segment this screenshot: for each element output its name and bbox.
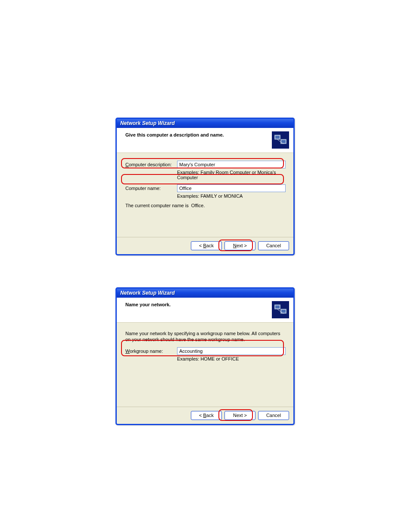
back-button[interactable]: < Back: [191, 241, 222, 250]
next-button[interactable]: Next >: [224, 411, 255, 420]
computer-name-label: Computer name:: [125, 186, 177, 191]
description-hint: Examples: Family Room Computer or Monica…: [177, 170, 286, 180]
wizard-heading: Name your network.: [125, 302, 288, 307]
wizard-header: Give this computer a description and nam…: [117, 128, 293, 153]
computer-description-input[interactable]: [177, 161, 286, 168]
computer-name-input[interactable]: [177, 184, 286, 192]
wizard-body: Name your network by specifying a workgr…: [117, 323, 293, 406]
wizard-body: Computer description: Examples: Family R…: [117, 153, 293, 230]
computer-description-label: Computer description:: [125, 162, 177, 167]
svg-rect-1: [275, 136, 280, 139]
wizard-heading: Give this computer a description and nam…: [125, 132, 288, 137]
back-button[interactable]: < Back: [191, 411, 222, 420]
wizard-header: Name your network.: [117, 298, 293, 323]
cancel-button[interactable]: Cancel: [258, 411, 289, 420]
network-computers-icon: [272, 301, 289, 318]
network-setup-wizard-dialog-2: Network Setup Wizard Name your network. …: [115, 287, 295, 425]
name-hint: Examples: FAMILY or MONICA: [177, 193, 286, 199]
workgroup-input[interactable]: [177, 347, 286, 355]
wizard-footer: < Back Next > Cancel: [117, 407, 293, 424]
cancel-button[interactable]: Cancel: [258, 241, 289, 250]
svg-rect-6: [275, 305, 280, 308]
next-button[interactable]: Next >: [224, 241, 255, 250]
network-computers-icon: [272, 131, 289, 149]
workgroup-hint: Examples: HOME or OFFICE: [177, 356, 286, 361]
workgroup-label: Workgroup name:: [125, 348, 177, 354]
current-name-text: The current computer name is Office.: [125, 203, 286, 208]
network-setup-wizard-dialog-1: Network Setup Wizard Give this computer …: [115, 118, 295, 255]
wizard-footer: < Back Next > Cancel // Rewrite Back but…: [117, 237, 293, 254]
titlebar[interactable]: Network Setup Wizard: [117, 119, 293, 128]
intro-text: Name your network by specifying a workgr…: [125, 330, 286, 343]
titlebar[interactable]: Network Setup Wizard: [117, 289, 293, 298]
